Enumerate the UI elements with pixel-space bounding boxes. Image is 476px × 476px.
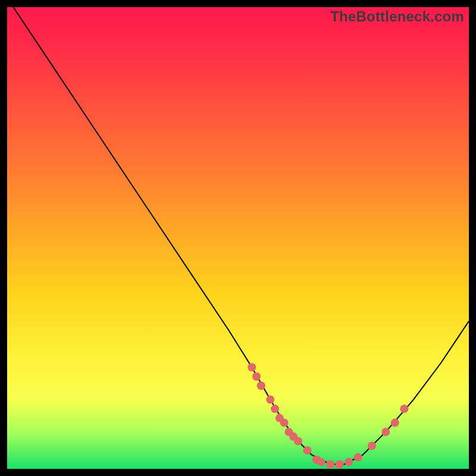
- data-dot: [248, 363, 256, 371]
- data-dot: [336, 460, 344, 468]
- chart-frame: TheBottleneck.com: [7, 7, 469, 469]
- data-dots: [248, 363, 408, 468]
- data-dot: [326, 460, 334, 468]
- data-dot: [257, 381, 265, 390]
- data-dot: [354, 453, 362, 462]
- data-dot: [252, 372, 261, 381]
- data-dot: [368, 441, 376, 450]
- data-dot: [280, 418, 289, 427]
- data-dot: [271, 405, 279, 413]
- data-dot: [400, 405, 408, 413]
- curve-path: [7, 7, 469, 464]
- data-dot: [391, 418, 399, 427]
- data-dot: [381, 428, 390, 436]
- bottleneck-chart: [7, 7, 469, 469]
- data-dot: [266, 396, 274, 404]
- data-dot: [294, 437, 302, 445]
- data-dot: [345, 458, 353, 466]
- data-dot: [317, 458, 325, 466]
- data-dot: [303, 446, 311, 455]
